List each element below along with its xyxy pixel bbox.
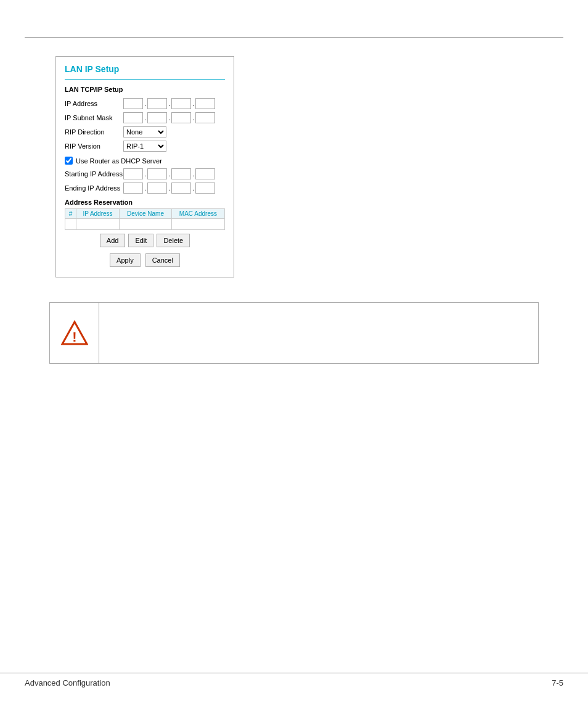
subnet-mask-o2[interactable]: 255 (147, 112, 167, 123)
warning-box: ! (49, 302, 539, 364)
ending-ip-label: Ending IP Address (65, 184, 123, 192)
ending-ip-o1[interactable]: 192 (123, 183, 143, 194)
ip-subnet-mask-fields: 255 . 255 . 255 . 0 (123, 112, 215, 123)
action-buttons: Add Edit Delete (65, 234, 225, 247)
delete-button[interactable]: Delete (157, 234, 190, 247)
dhcp-checkbox-label: Use Router as DHCP Server (76, 157, 162, 165)
starting-ip-label: Starting IP Address (65, 170, 123, 178)
ending-ip-o4[interactable]: 254 (195, 183, 215, 194)
reservation-table: # IP Address Device Name MAC Address (65, 208, 225, 230)
col-header-mac: MAC Address (171, 209, 224, 219)
starting-ip-o4[interactable]: 2 (195, 168, 215, 179)
subnet-mask-o3[interactable]: 255 (171, 112, 191, 123)
footer-right-text: 7-5 (552, 678, 563, 688)
ip-address-o1[interactable]: 192 (123, 98, 143, 109)
ip-address-label: IP Address (65, 100, 123, 107)
table-row (65, 219, 225, 230)
subnet-mask-o1[interactable]: 255 (123, 112, 143, 123)
warning-icon-cell: ! (50, 303, 99, 363)
footer-left-text: Advanced Configuration (25, 678, 110, 688)
ip-address-row: IP Address 192 . 168 . 0 . 1 (65, 98, 225, 109)
ending-ip-row: Ending IP Address 192 . 168 . 0 . 254 (65, 183, 225, 194)
apply-button[interactable]: Apply (110, 253, 141, 267)
rip-direction-select[interactable]: None Both In Only Out Only (123, 126, 166, 138)
rip-direction-label: RIP Direction (65, 128, 123, 136)
rip-version-row: RIP Version RIP-1 RIP-2 Both (65, 141, 225, 152)
lan-panel-divider (65, 79, 225, 80)
starting-ip-row: Starting IP Address 192 . 168 . 0 . 2 (65, 168, 225, 179)
bottom-buttons: Apply Cancel (65, 253, 225, 267)
rip-direction-row: RIP Direction None Both In Only Out Only (65, 126, 225, 138)
starting-ip-fields: 192 . 168 . 0 . 2 (123, 168, 215, 179)
ending-ip-o3[interactable]: 0 (171, 183, 191, 194)
starting-ip-o3[interactable]: 0 (171, 168, 191, 179)
tcp-ip-section-title: LAN TCP/IP Setup (65, 86, 225, 93)
ip-subnet-mask-row: IP Subnet Mask 255 . 255 . 255 . 0 (65, 112, 225, 123)
footer: Advanced Configuration 7-5 (0, 673, 588, 688)
subnet-mask-o4[interactable]: 0 (195, 112, 215, 123)
rip-version-select[interactable]: RIP-1 RIP-2 Both (123, 141, 166, 152)
dhcp-checkbox[interactable] (65, 157, 73, 165)
starting-ip-o2[interactable]: 168 (147, 168, 167, 179)
ip-address-fields: 192 . 168 . 0 . 1 (123, 98, 215, 109)
edit-button[interactable]: Edit (128, 234, 153, 247)
warning-triangle-icon: ! (61, 319, 88, 347)
col-header-ip: IP Address (76, 209, 119, 219)
cancel-button[interactable]: Cancel (145, 253, 180, 267)
lan-ip-setup-panel: LAN IP Setup LAN TCP/IP Setup IP Address… (55, 56, 234, 277)
ending-ip-o2[interactable]: 168 (147, 183, 167, 194)
rip-version-label: RIP Version (65, 142, 123, 150)
dhcp-checkbox-row: Use Router as DHCP Server (65, 157, 225, 165)
svg-text:!: ! (72, 329, 76, 345)
ending-ip-fields: 192 . 168 . 0 . 254 (123, 183, 215, 194)
starting-ip-o1[interactable]: 192 (123, 168, 143, 179)
address-reservation-title: Address Reservation (65, 199, 225, 206)
ip-address-o2[interactable]: 168 (147, 98, 167, 109)
warning-text (99, 303, 538, 363)
ip-address-o3[interactable]: 0 (171, 98, 191, 109)
lan-panel-title: LAN IP Setup (65, 64, 225, 74)
ip-address-o4[interactable]: 1 (195, 98, 215, 109)
col-header-device: Device Name (120, 209, 172, 219)
add-button[interactable]: Add (100, 234, 126, 247)
ip-subnet-mask-label: IP Subnet Mask (65, 114, 123, 121)
col-header-num: # (65, 209, 76, 219)
